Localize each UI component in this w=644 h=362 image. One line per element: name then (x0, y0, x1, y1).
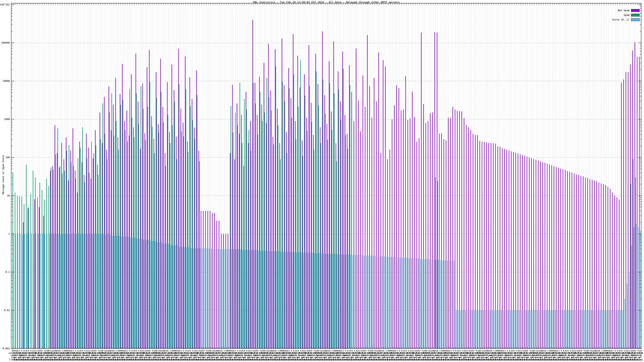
svg-text:0: 0 (264, 350, 265, 352)
svg-text:2: 2 (181, 350, 182, 352)
svg-text:105: 105 (308, 350, 311, 352)
svg-text:120: 120 (422, 350, 426, 352)
svg-text:9: 9 (545, 350, 546, 352)
svg-text:6: 6 (460, 350, 461, 352)
svg-text:11: 11 (412, 350, 414, 352)
svg-text:0: 0 (534, 350, 535, 352)
legend-label-not-spam: Not Spam (618, 9, 630, 12)
svg-text:20: 20 (448, 350, 450, 352)
svg-text:dnsbl: dnsbl (637, 352, 643, 354)
svg-text:120: 120 (584, 350, 588, 352)
svg-text:9: 9 (275, 350, 276, 352)
svg-text:2: 2 (116, 350, 117, 352)
svg-text:0: 0 (426, 350, 427, 352)
svg-text:2: 2 (278, 350, 279, 352)
svg-text:9: 9 (237, 350, 238, 352)
svg-text:142: 142 (434, 350, 437, 352)
svg-text:20: 20 (232, 350, 234, 352)
svg-text:11: 11 (466, 350, 468, 352)
svg-text:9: 9 (59, 350, 60, 352)
y-axis-title: Message Count or Spam Score (2, 151, 5, 199)
svg-text:142: 142 (488, 350, 491, 352)
svg-text:9: 9 (453, 350, 454, 352)
svg-text:8: 8 (293, 350, 294, 352)
svg-text:0: 0 (480, 350, 481, 352)
svg-text:9: 9 (183, 350, 184, 352)
svg-text:20: 20 (556, 350, 558, 352)
svg-text:8: 8 (563, 350, 564, 352)
legend: Not Spam Spam Score (0..1) (612, 8, 640, 22)
svg-text:105: 105 (524, 350, 527, 352)
legend-row-spam: Spam (612, 13, 640, 17)
svg-text:11: 11 (88, 350, 90, 352)
svg-text:3: 3 (203, 350, 204, 352)
svg-text:4: 4 (30, 350, 32, 352)
svg-text:4: 4 (138, 350, 139, 352)
svg-text:3: 3 (257, 350, 258, 352)
svg-text:11: 11 (574, 350, 576, 352)
svg-text:142: 142 (56, 350, 60, 352)
svg-text:4: 4 (300, 350, 301, 352)
svg-text:120: 120 (314, 350, 318, 352)
svg-text:4: 4 (354, 350, 355, 352)
svg-text:9: 9 (75, 350, 76, 352)
svg-text:6: 6 (406, 350, 407, 352)
svg-text:120: 120 (206, 350, 210, 352)
svg-text:6: 6 (28, 350, 29, 352)
rbl-statistics-chart: 1x10^{6}1000001000010001001010.10.010.00… (0, 0, 644, 362)
svg-text:9: 9 (291, 350, 292, 352)
svg-text:105: 105 (362, 350, 365, 352)
svg-text:11: 11 (628, 350, 630, 352)
svg-text:105: 105 (254, 350, 258, 352)
svg-text:9: 9 (491, 350, 492, 352)
svg-text:8: 8 (617, 350, 618, 352)
svg-text:0: 0 (588, 350, 589, 352)
svg-text:4: 4 (408, 350, 409, 352)
svg-text:8: 8 (347, 350, 348, 352)
svg-text:20: 20 (70, 350, 72, 352)
svg-text:3: 3 (96, 350, 96, 352)
svg-text:20: 20 (286, 350, 288, 352)
svg-text:10: 10 (133, 350, 136, 352)
svg-text:120: 120 (260, 350, 264, 352)
svg-text:20: 20 (610, 350, 612, 352)
svg-text:10: 10 (25, 350, 28, 352)
svg-text:0: 0 (372, 350, 373, 352)
svg-text:20: 20 (16, 350, 18, 352)
svg-text:2: 2 (289, 350, 290, 352)
svg-text:2: 2 (224, 350, 225, 352)
svg-text:9: 9 (383, 350, 384, 352)
svg-text:10: 10 (7, 194, 10, 197)
legend-row-score: Score (0..1) (612, 17, 640, 22)
svg-text:100000: 100000 (1, 41, 10, 44)
svg-text:6: 6 (568, 350, 569, 352)
svg-text:2: 2 (547, 350, 548, 352)
svg-text:6: 6 (352, 350, 353, 352)
svg-text:2: 2 (504, 350, 506, 352)
svg-text:105: 105 (146, 350, 150, 352)
svg-text:20: 20 (124, 350, 126, 352)
legend-row-not-spam: Not Spam (612, 8, 640, 13)
svg-text:6: 6 (190, 350, 191, 352)
svg-text:10: 10 (564, 350, 567, 352)
svg-text:1: 1 (8, 233, 10, 235)
svg-text:0: 0 (318, 350, 319, 352)
svg-text:0.1: 0.1 (6, 271, 10, 274)
svg-text:4: 4 (246, 350, 247, 352)
x-tick-labels: 90zen.Y.2spamorg3 hops50dnsblb.blnet2 ho… (9, 350, 643, 361)
svg-text:9: 9 (599, 350, 600, 352)
svg-text:2: 2 (127, 350, 128, 352)
svg-text:11: 11 (520, 350, 522, 352)
svg-text:11: 11 (196, 350, 198, 352)
svg-text:2: 2 (601, 350, 602, 352)
plot-canvas: 1x10^{6}1000001000010001001010.10.010.00… (0, 0, 644, 362)
svg-text:2: 2 (439, 350, 440, 352)
svg-text:0: 0 (156, 350, 158, 352)
svg-text:142: 142 (272, 350, 275, 352)
svg-text:20: 20 (502, 350, 504, 352)
svg-text:10: 10 (295, 350, 297, 352)
svg-text:105: 105 (92, 350, 96, 352)
svg-text:10: 10 (510, 350, 513, 352)
svg-text:6: 6 (514, 350, 515, 352)
svg-text:120: 120 (152, 350, 156, 352)
